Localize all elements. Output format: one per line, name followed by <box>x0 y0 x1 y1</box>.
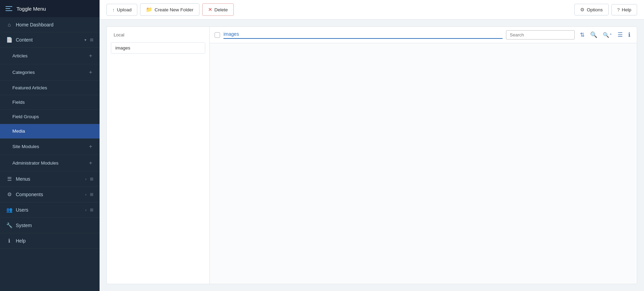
sidebar-item-system[interactable]: 🔧 System <box>0 218 100 233</box>
grid-icon: ⊞ <box>90 208 93 212</box>
right-panel-header: images ⇅ 🔍 🔍⁺ ☰ ℹ <box>210 27 637 43</box>
add-site-modules-icon[interactable]: ＋ <box>88 143 93 150</box>
sidebar-item-label: Administrator Modules <box>12 160 84 166</box>
sidebar-item-label: Categories <box>12 70 84 75</box>
panel-title: Local <box>111 31 205 39</box>
upload-icon: ↑ <box>112 7 115 13</box>
toggle-menu-button[interactable]: Toggle Menu <box>0 0 100 17</box>
sidebar-item-site-modules[interactable]: Site Modules ＋ <box>0 138 100 155</box>
chevron-right-icon: › <box>85 208 87 212</box>
folder-icon: 📁 <box>146 7 152 13</box>
main-content: ↑ Upload 📁 Create New Folder ✕ Delete ⚙ … <box>100 0 644 291</box>
sidebar-item-field-groups[interactable]: Field Groups <box>0 110 100 124</box>
chevron-right-icon: › <box>85 177 87 181</box>
content-icon: 📄 <box>6 37 12 43</box>
add-admin-modules-icon[interactable]: ＋ <box>88 159 93 167</box>
header-actions: ⇅ 🔍 🔍⁺ ☰ ℹ <box>578 30 632 40</box>
current-path: images <box>223 31 503 39</box>
menus-icon: ☰ <box>6 176 12 182</box>
system-icon: 🔧 <box>6 222 12 228</box>
help-sidebar-icon: ℹ <box>6 238 12 244</box>
options-label: Options <box>587 7 603 12</box>
hamburger-icon <box>5 5 13 12</box>
sidebar-item-media[interactable]: Media <box>0 124 100 138</box>
users-icon: 👥 <box>6 207 12 213</box>
upload-button[interactable]: ↑ Upload <box>106 4 137 16</box>
content-area: Local images images ⇅ 🔍 🔍⁺ ☰ ℹ <box>100 20 644 291</box>
sidebar-item-label: Menus <box>16 176 82 182</box>
grid-icon: ⊞ <box>90 177 93 181</box>
sidebar-item-featured-articles[interactable]: Featured Articles <box>0 81 100 95</box>
sort-icon[interactable]: ⇅ <box>578 30 586 40</box>
toggle-menu-label: Toggle Menu <box>16 6 46 12</box>
sidebar-item-label: Help <box>16 238 93 244</box>
sidebar: Toggle Menu ⌂ Home Dashboard 📄 Content ▾… <box>0 0 100 291</box>
sidebar-item-articles[interactable]: Articles ＋ <box>0 48 100 64</box>
sidebar-item-fields[interactable]: Fields <box>0 95 100 110</box>
sidebar-item-menus[interactable]: ☰ Menus › ⊞ <box>0 171 100 187</box>
sidebar-item-label: Media <box>12 128 93 134</box>
search-input[interactable] <box>506 30 575 40</box>
sidebar-item-label: System <box>16 223 93 228</box>
delete-icon: ✕ <box>208 7 212 13</box>
options-button[interactable]: ⚙ Options <box>574 4 609 15</box>
sidebar-item-label: Site Modules <box>12 144 84 149</box>
chevron-down-icon: ▾ <box>84 38 87 42</box>
components-icon: ⚙ <box>6 191 12 198</box>
add-articles-icon[interactable]: ＋ <box>88 52 93 59</box>
zoom-out-icon[interactable]: 🔍 <box>588 30 599 40</box>
file-explorer: Local images images ⇅ 🔍 🔍⁺ ☰ ℹ <box>106 26 637 284</box>
right-panel: images ⇅ 🔍 🔍⁺ ☰ ℹ <box>210 27 637 284</box>
sidebar-item-help[interactable]: ℹ Help <box>0 233 100 249</box>
chevron-right-icon: › <box>85 192 87 197</box>
sidebar-item-home-dashboard[interactable]: ⌂ Home Dashboard <box>0 17 100 32</box>
create-new-folder-button[interactable]: 📁 Create New Folder <box>140 3 199 16</box>
sidebar-item-categories[interactable]: Categories ＋ <box>0 64 100 81</box>
sidebar-item-label: Home Dashboard <box>16 22 93 27</box>
left-panel: Local images <box>107 27 210 284</box>
grid-icon: ⊞ <box>90 192 93 197</box>
sidebar-item-label: Users <box>16 207 82 213</box>
delete-button[interactable]: ✕ Delete <box>202 3 234 16</box>
gear-icon: ⚙ <box>580 7 585 12</box>
sidebar-item-users[interactable]: 👥 Users › ⊞ <box>0 202 100 218</box>
info-icon[interactable]: ℹ <box>626 30 632 40</box>
sidebar-item-label: Components <box>16 192 82 197</box>
sidebar-item-label: Fields <box>12 100 93 105</box>
select-all-checkbox[interactable] <box>215 32 220 38</box>
create-folder-label: Create New Folder <box>154 7 193 12</box>
sidebar-item-label: Articles <box>12 53 84 58</box>
zoom-in-icon[interactable]: 🔍⁺ <box>601 31 614 39</box>
help-label: Help <box>622 7 631 12</box>
sidebar-item-administrator-modules[interactable]: Administrator Modules ＋ <box>0 155 100 171</box>
sidebar-item-content[interactable]: 📄 Content ▾ ⊞ <box>0 32 100 48</box>
delete-label: Delete <box>215 7 228 12</box>
upload-label: Upload <box>117 7 132 12</box>
add-categories-icon[interactable]: ＋ <box>88 69 93 76</box>
question-icon: ? <box>617 7 620 12</box>
home-icon: ⌂ <box>6 22 12 27</box>
sidebar-item-label: Featured Articles <box>12 85 93 90</box>
toolbar: ↑ Upload 📁 Create New Folder ✕ Delete ⚙ … <box>100 0 644 20</box>
right-panel-body <box>210 43 637 284</box>
sidebar-item-components[interactable]: ⚙ Components › ⊞ <box>0 187 100 202</box>
folder-item-images[interactable]: images <box>111 42 205 54</box>
help-button[interactable]: ? Help <box>611 4 637 15</box>
sidebar-item-label: Field Groups <box>12 114 93 119</box>
list-view-icon[interactable]: ☰ <box>616 30 624 40</box>
grid-icon: ⊞ <box>90 37 93 42</box>
sidebar-item-label: Content <box>16 37 81 43</box>
